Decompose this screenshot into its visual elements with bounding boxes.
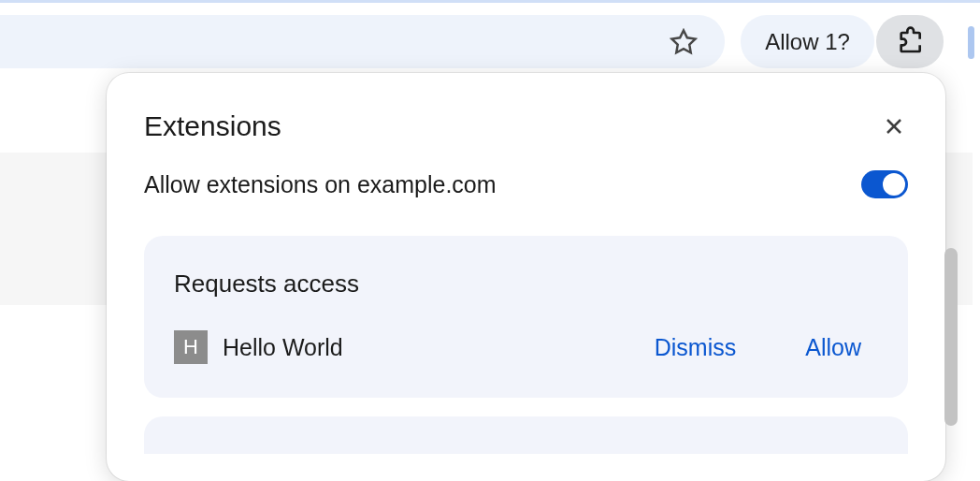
allow-on-site-label: Allow extensions on example.com	[144, 171, 497, 198]
profile-accent	[968, 26, 974, 59]
allow-prompt-button[interactable]: Allow 1?	[741, 15, 874, 68]
close-icon	[883, 115, 905, 138]
popup-header: Extensions	[144, 110, 908, 142]
scrollbar[interactable]	[944, 248, 958, 426]
bookmark-star-icon[interactable]	[670, 28, 698, 56]
extension-icon: H	[174, 330, 208, 364]
close-button[interactable]	[880, 112, 908, 140]
allow-on-site-row: Allow extensions on example.com	[144, 170, 908, 198]
allow-on-site-toggle[interactable]	[861, 170, 908, 198]
browser-toolbar: Allow 1?	[0, 0, 980, 75]
section-title: Requests access	[174, 270, 861, 299]
next-section-card	[144, 416, 908, 454]
extensions-popup: Extensions Allow extensions on example.c…	[107, 73, 945, 481]
extension-name: Hello World	[223, 334, 640, 361]
extensions-button[interactable]	[876, 15, 944, 68]
toggle-knob	[883, 173, 905, 196]
svg-marker-0	[672, 31, 696, 53]
allow-button[interactable]: Allow	[805, 334, 861, 361]
requests-access-card: Requests access H Hello World Dismiss Al…	[144, 236, 908, 398]
allow-prompt-label: Allow 1?	[765, 29, 850, 55]
popup-title: Extensions	[144, 110, 281, 142]
dismiss-button[interactable]: Dismiss	[655, 334, 737, 361]
extension-row: H Hello World Dismiss Allow	[174, 330, 861, 364]
address-bar[interactable]	[0, 15, 725, 68]
extension-icon-letter: H	[183, 335, 198, 359]
puzzle-icon	[895, 25, 925, 59]
